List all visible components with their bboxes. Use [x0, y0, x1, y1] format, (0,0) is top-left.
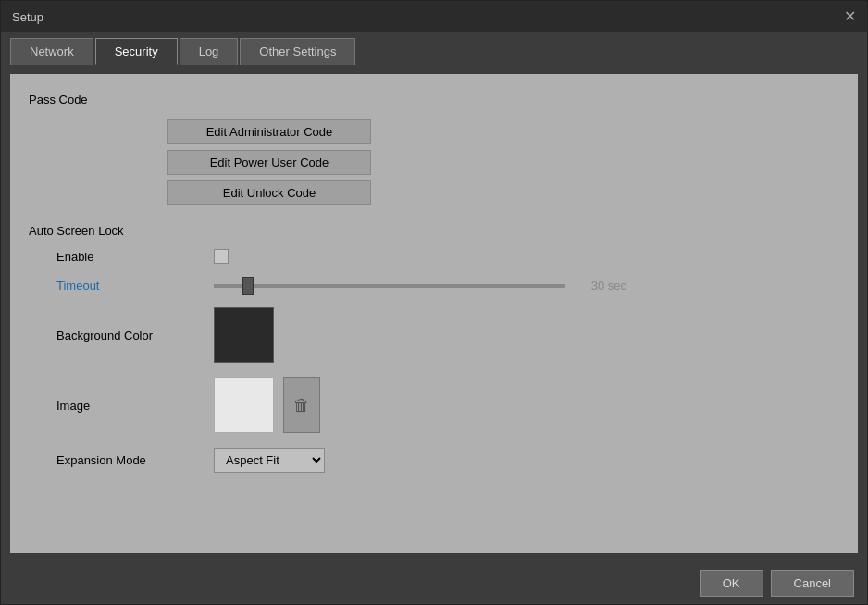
expansion-mode-select[interactable]: Aspect Fit Fill Fit Stretch — [214, 448, 325, 473]
enable-label: Enable — [56, 250, 214, 264]
dialog-footer: OK Cancel — [1, 562, 867, 604]
tab-other-settings[interactable]: Other Settings — [240, 38, 355, 65]
edit-admin-code-button[interactable]: Edit Administrator Code — [167, 119, 371, 144]
title-bar: Setup ✕ — [1, 1, 867, 32]
timeout-value: 30 sec — [580, 278, 626, 292]
passcode-buttons-group: Edit Administrator Code Edit Power User … — [167, 119, 839, 205]
timeout-slider[interactable] — [214, 284, 565, 288]
edit-unlock-code-button[interactable]: Edit Unlock Code — [167, 180, 371, 205]
timeout-slider-container: 30 sec — [214, 278, 839, 292]
background-color-label: Background Color — [56, 328, 214, 342]
timeout-row: Timeout 30 sec — [56, 278, 839, 292]
close-button[interactable]: ✕ — [844, 9, 856, 24]
image-container: 🗑 — [214, 377, 320, 433]
timeout-label: Timeout — [56, 278, 214, 292]
expansion-mode-dropdown: Aspect Fit Fill Fit Stretch — [214, 448, 325, 473]
auto-screen-lock-title: Auto Screen Lock — [29, 224, 839, 238]
passcode-section-title: Pass Code — [29, 93, 839, 106]
enable-row: Enable — [56, 249, 839, 264]
background-color-swatch[interactable] — [214, 307, 274, 363]
image-preview[interactable] — [214, 377, 274, 433]
setup-dialog: Setup ✕ Network Security Log Other Setti… — [0, 0, 868, 605]
tab-security[interactable]: Security — [95, 38, 178, 65]
background-color-row: Background Color — [56, 307, 839, 363]
edit-power-user-code-button[interactable]: Edit Power User Code — [167, 150, 371, 175]
ok-button[interactable]: OK — [700, 570, 763, 597]
expansion-mode-label: Expansion Mode — [56, 453, 214, 467]
tabs-bar: Network Security Log Other Settings — [1, 32, 867, 65]
trash-icon: 🗑 — [293, 396, 310, 415]
cancel-button[interactable]: Cancel — [771, 570, 854, 597]
image-row: Image 🗑 — [56, 377, 839, 433]
enable-checkbox[interactable] — [214, 249, 229, 264]
content-area: Pass Code Edit Administrator Code Edit P… — [1, 65, 867, 562]
image-label: Image — [56, 399, 214, 413]
expansion-mode-row: Expansion Mode Aspect Fit Fill Fit Stret… — [56, 448, 839, 473]
tab-log[interactable]: Log — [180, 38, 239, 65]
tab-network[interactable]: Network — [10, 38, 93, 65]
dialog-title: Setup — [12, 10, 43, 24]
image-delete-button[interactable]: 🗑 — [283, 377, 320, 433]
security-panel: Pass Code Edit Administrator Code Edit P… — [10, 74, 858, 553]
